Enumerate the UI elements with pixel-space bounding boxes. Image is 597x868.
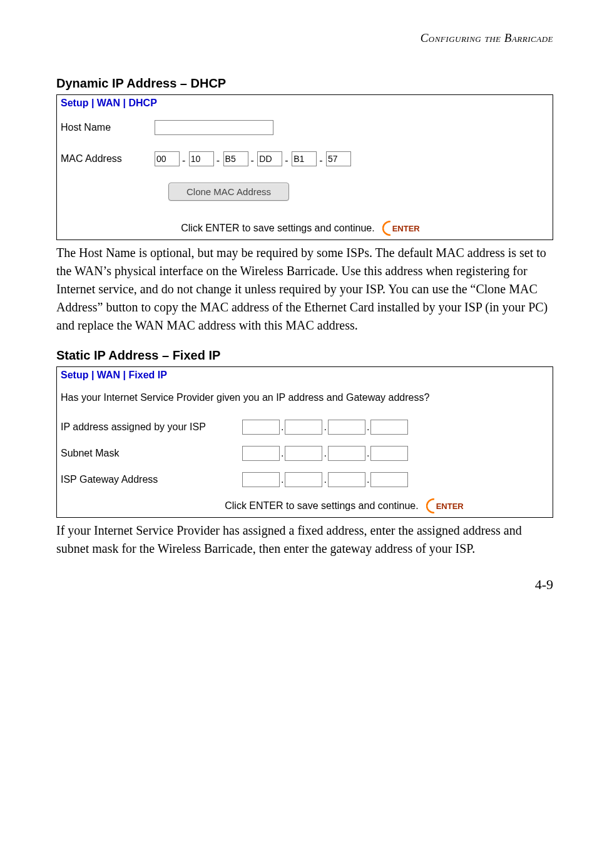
mac-sep: - [285, 155, 288, 166]
ip-address-label: IP address assigned by your ISP [61, 421, 242, 433]
mac-octet-3[interactable] [223, 151, 248, 166]
mask-octet-1[interactable] [242, 446, 280, 461]
mask-octet-3[interactable] [328, 446, 365, 461]
breadcrumb: Setup | WAN | Fixed IP [61, 370, 546, 381]
mac-fields: - - - - - [155, 151, 351, 166]
host-name-label: Host Name [61, 122, 155, 133]
mac-octet-4[interactable] [257, 151, 282, 166]
enter-button[interactable]: ENTER [424, 498, 470, 513]
dhcp-heading: Dynamic IP Address – DHCP [56, 76, 553, 91]
dhcp-description: The Host Name is optional, but may be re… [56, 244, 553, 335]
mac-octet-2[interactable] [189, 151, 214, 166]
mask-octet-2[interactable] [285, 446, 322, 461]
breadcrumb: Setup | WAN | DHCP [61, 98, 546, 109]
save-text: Click ENTER to save settings and continu… [181, 223, 374, 234]
gateway-label: ISP Gateway Address [61, 474, 242, 485]
gateway-row: ISP Gateway Address . . . [61, 472, 546, 487]
mac-sep: - [182, 155, 185, 166]
page-number: 4-9 [56, 577, 553, 593]
enter-arc-icon [382, 221, 391, 236]
enter-label: ENTER [392, 224, 420, 233]
ip-octet-3[interactable] [328, 420, 365, 435]
mac-sep: - [319, 155, 322, 166]
ip-dot: . [324, 421, 326, 433]
ip-address-row: IP address assigned by your ISP . . . [61, 420, 546, 435]
subnet-mask-row: Subnet Mask . . . [61, 446, 546, 461]
isp-question: Has your Internet Service Provider given… [61, 392, 546, 403]
enter-arc-icon [426, 498, 435, 513]
host-name-row: Host Name [61, 120, 546, 135]
fixed-ip-heading: Static IP Address – Fixed IP [56, 348, 553, 363]
mac-address-row: MAC Address - - - - - [61, 151, 546, 166]
enter-label: ENTER [436, 502, 464, 511]
subnet-mask-label: Subnet Mask [61, 448, 242, 459]
ip-octet-4[interactable] [370, 420, 408, 435]
clone-mac-button[interactable]: Clone MAC Address [168, 183, 289, 201]
host-name-input[interactable] [155, 120, 273, 135]
ip-dot: . [281, 421, 283, 433]
ip-dot: . [281, 474, 283, 485]
running-header: Configuring the Barricade [56, 31, 553, 45]
ip-dot: . [324, 474, 326, 485]
save-text: Click ENTER to save settings and continu… [225, 500, 418, 512]
ip-dot: . [281, 448, 283, 459]
dhcp-save-row: Click ENTER to save settings and continu… [61, 221, 546, 236]
gw-octet-1[interactable] [242, 472, 280, 487]
enter-button[interactable]: ENTER [380, 221, 426, 236]
ip-dot: . [367, 448, 369, 459]
gw-octet-3[interactable] [328, 472, 365, 487]
ip-dot: . [367, 474, 369, 485]
fixed-ip-description: If your Internet Service Provider has as… [56, 522, 553, 558]
mac-sep: - [251, 155, 254, 166]
dhcp-panel: Setup | WAN | DHCP Host Name MAC Address… [56, 94, 553, 240]
mac-sep: - [217, 155, 220, 166]
fixed-save-row: Click ENTER to save settings and continu… [61, 498, 546, 513]
mask-octet-4[interactable] [370, 446, 408, 461]
ip-dot: . [324, 448, 326, 459]
fixed-ip-panel: Setup | WAN | Fixed IP Has your Internet… [56, 366, 553, 518]
mac-address-label: MAC Address [61, 153, 155, 164]
mac-octet-1[interactable] [155, 151, 180, 166]
gw-octet-2[interactable] [285, 472, 322, 487]
gw-octet-4[interactable] [370, 472, 408, 487]
ip-octet-2[interactable] [285, 420, 322, 435]
ip-dot: . [367, 421, 369, 433]
mac-octet-5[interactable] [292, 151, 317, 166]
mac-octet-6[interactable] [326, 151, 351, 166]
ip-octet-1[interactable] [242, 420, 280, 435]
